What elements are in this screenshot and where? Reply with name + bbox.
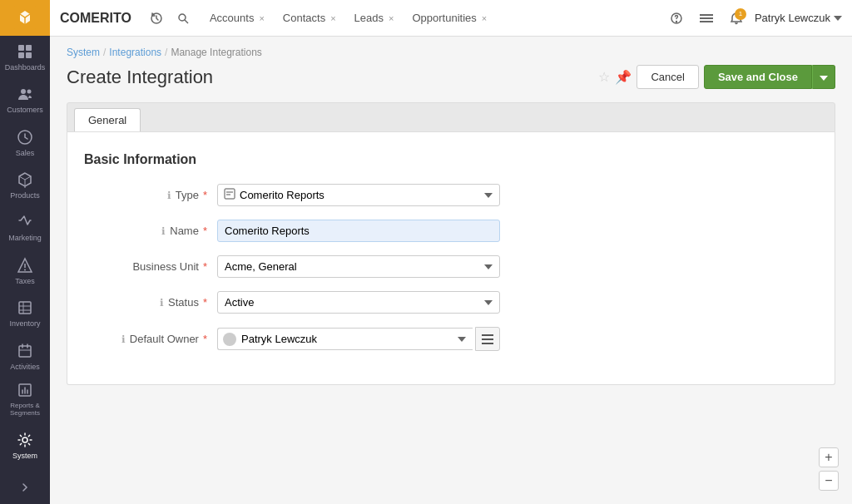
default-owner-info-icon[interactable]: ℹ — [121, 334, 126, 345]
sidebar-item-reports[interactable]: Reports & Segments — [0, 378, 50, 421]
nav-tab-leads-label: Leads — [354, 12, 384, 24]
nav-tab-leads-close[interactable]: × — [389, 13, 394, 23]
nav-tab-opportunities[interactable]: Opportunities × — [404, 8, 495, 27]
name-input[interactable] — [217, 220, 500, 242]
section-title: Basic Information — [84, 152, 818, 167]
save-and-close-button[interactable]: Save and Close — [704, 65, 812, 89]
sidebar-item-marketing[interactable]: Marketing — [0, 207, 50, 250]
topnav-utility-icons — [145, 7, 195, 30]
zoom-controls: + − — [819, 447, 839, 491]
sidebar-item-marketing-label: Marketing — [8, 234, 42, 242]
content-area: System / Integrations / Manage Integrati… — [50, 37, 852, 504]
type-select-wrapper: Comerito Reports — [217, 184, 500, 206]
sidebar-item-inventory[interactable]: Inventory — [0, 293, 50, 335]
app-brand: COMERITO — [60, 11, 131, 26]
topnav: COMERITO Accounts × Contacts × Leads × — [50, 0, 852, 37]
sidebar: Dashboards Customers Sales Products Mark… — [0, 0, 50, 504]
form-panel: Basic Information ℹ Type * Comerito Repo… — [67, 132, 835, 385]
svg-point-20 — [22, 437, 27, 442]
svg-line-23 — [185, 20, 188, 23]
svg-rect-3 — [18, 52, 24, 58]
svg-rect-1 — [18, 45, 24, 51]
nav-tab-accounts-close[interactable]: × — [259, 13, 264, 23]
svg-point-25 — [676, 21, 676, 22]
zoom-in-button[interactable]: + — [819, 447, 839, 467]
business-unit-label-area: Business Unit * — [84, 260, 217, 273]
nav-tab-contacts[interactable]: Contacts × — [275, 8, 344, 27]
save-dropdown-button[interactable] — [812, 65, 835, 89]
nav-tab-opportunities-label: Opportunities — [412, 12, 476, 24]
history-icon[interactable] — [145, 7, 168, 30]
default-owner-input-area: Patryk Lewczuk — [217, 327, 500, 351]
sidebar-item-activities-label: Activities — [10, 363, 40, 371]
svg-rect-34 — [482, 343, 493, 344]
status-select[interactable]: Active Inactive — [217, 291, 500, 314]
form-row-business-unit: Business Unit * Acme, General — [84, 255, 818, 278]
sidebar-item-inventory-label: Inventory — [9, 319, 40, 328]
business-unit-select[interactable]: Acme, General — [217, 255, 500, 278]
nav-tab-opportunities-close[interactable]: × — [482, 13, 487, 23]
page-title: Create Integration — [67, 67, 213, 88]
save-button-group: Save and Close — [704, 65, 835, 89]
nav-tab-accounts-label: Accounts — [210, 12, 254, 24]
form-tabs: General — [67, 102, 835, 132]
zoom-out-button[interactable]: − — [819, 471, 839, 491]
sidebar-item-system-label: System — [12, 452, 37, 460]
notification-icon[interactable]: 1 — [725, 7, 748, 30]
sidebar-item-customers-label: Customers — [7, 106, 43, 114]
user-menu[interactable]: Patryk Lewczuk — [755, 12, 842, 24]
nav-tab-accounts[interactable]: Accounts × — [201, 8, 273, 27]
sidebar-item-dashboards-label: Dashboards — [5, 63, 46, 72]
default-owner-label-area: ℹ Default Owner * — [84, 333, 217, 345]
type-required: * — [203, 189, 207, 201]
sidebar-item-sales-label: Sales — [16, 149, 35, 157]
status-info-icon[interactable]: ℹ — [160, 297, 164, 309]
svg-rect-26 — [700, 14, 713, 16]
sidebar-item-taxes[interactable]: Taxes — [0, 250, 50, 292]
page-header: Create Integration ☆ 📌 Cancel Save and C… — [67, 65, 835, 89]
sidebar-item-system[interactable]: System — [0, 421, 50, 471]
breadcrumb-current: Manage Integrations — [171, 47, 261, 58]
type-select[interactable]: Comerito Reports — [217, 184, 500, 206]
form-row-name: ℹ Name * — [84, 220, 818, 242]
nav-tab-contacts-close[interactable]: × — [330, 13, 335, 23]
type-info-icon[interactable]: ℹ — [167, 190, 171, 201]
breadcrumb-integrations[interactable]: Integrations — [109, 47, 161, 58]
svg-rect-15 — [19, 346, 31, 357]
svg-rect-32 — [482, 334, 493, 336]
help-icon[interactable] — [665, 7, 688, 30]
favorite-icon[interactable]: ☆ — [598, 69, 610, 85]
sidebar-item-products[interactable]: Products — [0, 164, 50, 206]
cancel-button[interactable]: Cancel — [637, 65, 698, 89]
status-input-area: Active Inactive — [217, 291, 500, 314]
business-unit-required: * — [203, 260, 207, 273]
status-label-area: ℹ Status * — [84, 296, 217, 309]
user-name-label: Patryk Lewczuk — [755, 12, 830, 24]
tab-general[interactable]: General — [74, 108, 141, 131]
name-required: * — [203, 225, 207, 237]
sidebar-item-dashboards[interactable]: Dashboards — [0, 36, 50, 78]
default-owner-label: Default Owner — [130, 333, 199, 345]
menu-icon[interactable] — [695, 7, 718, 30]
logo[interactable] — [0, 0, 50, 36]
svg-rect-33 — [482, 338, 493, 340]
breadcrumb: System / Integrations / Manage Integrati… — [67, 47, 835, 58]
search-icon[interactable] — [171, 7, 195, 30]
breadcrumb-system[interactable]: System — [67, 47, 100, 58]
sidebar-item-sales[interactable]: Sales — [0, 121, 50, 164]
sidebar-collapse-button[interactable] — [0, 471, 50, 504]
sidebar-item-activities[interactable]: Activities — [0, 335, 50, 378]
pin-icon[interactable]: 📌 — [615, 69, 632, 85]
main-content: COMERITO Accounts × Contacts × Leads × — [50, 0, 852, 504]
form-row-status: ℹ Status * Active Inactive — [84, 291, 818, 314]
notification-count: 1 — [735, 8, 746, 20]
name-info-icon[interactable]: ℹ — [161, 225, 166, 237]
owner-select[interactable]: Patryk Lewczuk — [217, 328, 473, 350]
sidebar-item-taxes-label: Taxes — [15, 277, 35, 285]
type-label: Type — [176, 189, 199, 201]
sidebar-item-customers[interactable]: Customers — [0, 78, 50, 121]
owner-menu-button[interactable] — [475, 327, 500, 351]
business-unit-label: Business Unit — [132, 260, 198, 273]
nav-tab-leads[interactable]: Leads × — [346, 8, 403, 27]
svg-rect-28 — [700, 21, 713, 22]
